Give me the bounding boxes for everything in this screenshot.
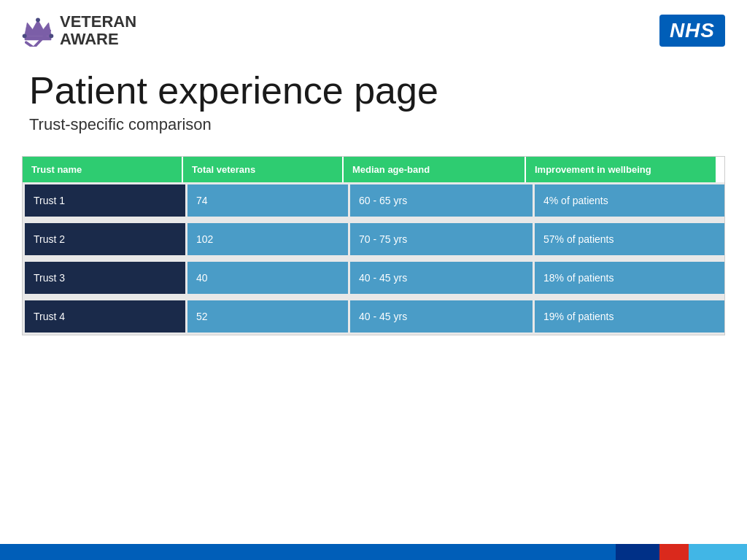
crown-checkmark-icon xyxy=(22,15,54,47)
footer-blue-section xyxy=(0,544,616,560)
veteran-label: VETERAN xyxy=(60,13,136,31)
table-row: Trust 2 102 70 - 75 yrs 57% of patients xyxy=(23,221,724,257)
col-header-median-age: Median age-band xyxy=(344,157,526,182)
total-veterans-cell: 74 xyxy=(187,184,348,217)
table-row: Trust 4 52 40 - 45 yrs 19% of patients xyxy=(23,298,724,335)
median-age-cell: 70 - 75 yrs xyxy=(350,223,533,255)
footer-dark-blue-section xyxy=(616,544,659,560)
median-age-cell: 40 - 45 yrs xyxy=(350,262,533,294)
svg-point-3 xyxy=(36,18,40,23)
veteran-aware-logo: VETERAN AWARE xyxy=(22,13,136,48)
table-header-row: Trust name Total veterans Median age-ban… xyxy=(23,157,724,182)
total-veterans-cell: 52 xyxy=(187,300,348,332)
trust-name-cell: Trust 3 xyxy=(25,262,185,294)
footer-light-blue-section xyxy=(689,544,747,560)
trust-name-cell: Trust 2 xyxy=(25,223,185,255)
total-veterans-cell: 102 xyxy=(187,223,348,255)
comparison-table: Trust name Total veterans Median age-ban… xyxy=(22,156,725,335)
footer-red-section xyxy=(659,544,689,560)
total-veterans-cell: 40 xyxy=(187,262,348,294)
page-subtitle: Trust-specific comparison xyxy=(29,115,718,134)
improvement-cell: 4% of patients xyxy=(535,184,724,217)
footer-bar xyxy=(0,544,747,560)
median-age-cell: 40 - 45 yrs xyxy=(350,300,533,332)
svg-point-4 xyxy=(49,34,53,39)
table-row: Trust 3 40 40 - 45 yrs 18% of patients xyxy=(23,260,724,296)
logo-text: VETERAN AWARE xyxy=(60,13,136,48)
page-title-section: Patient experience page Trust-specific c… xyxy=(0,55,747,141)
improvement-cell: 18% of patients xyxy=(535,262,724,294)
col-header-total-veterans: Total veterans xyxy=(183,157,344,182)
nhs-logo: NHS xyxy=(659,15,725,47)
trust-name-cell: Trust 4 xyxy=(25,300,185,332)
median-age-cell: 60 - 65 yrs xyxy=(350,184,533,217)
header: VETERAN AWARE NHS xyxy=(0,0,747,55)
trust-name-cell: Trust 1 xyxy=(25,184,185,217)
col-header-trust-name: Trust name xyxy=(23,157,183,182)
improvement-cell: 57% of patients xyxy=(535,223,724,255)
table-body: Trust 1 74 60 - 65 yrs 4% of patients Tr… xyxy=(23,182,724,335)
col-header-improvement: Improvement in wellbeing xyxy=(526,157,716,182)
table-row: Trust 1 74 60 - 65 yrs 4% of patients xyxy=(23,182,724,219)
page-title: Patient experience page xyxy=(29,70,718,112)
improvement-cell: 19% of patients xyxy=(535,300,724,332)
aware-label: AWARE xyxy=(60,31,136,48)
svg-point-2 xyxy=(23,34,27,39)
svg-rect-1 xyxy=(25,36,52,41)
